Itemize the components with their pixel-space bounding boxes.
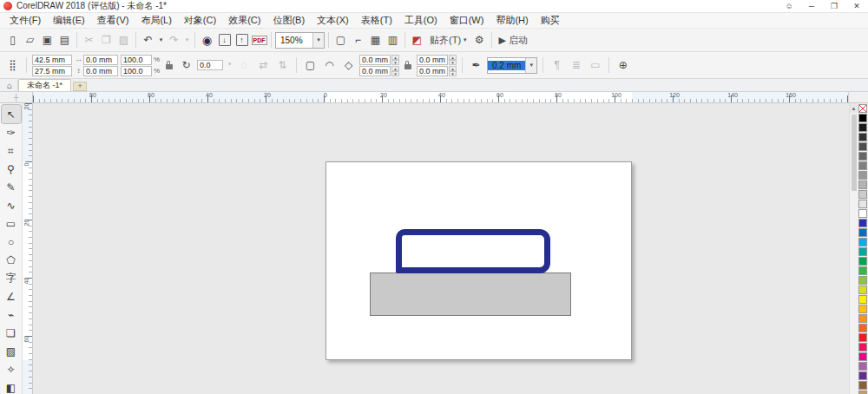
mirror-vertical-button[interactable]: ⇅ [274, 57, 291, 74]
edit-fill-button[interactable]: ▭ [587, 57, 603, 74]
stepper[interactable]: ▴▾ [391, 55, 399, 65]
horizontal-ruler[interactable]: 80604020020406080100120140160 [33, 92, 848, 102]
vertical-scrollbar[interactable]: ▲ [849, 103, 858, 394]
quick-customize-button[interactable]: ⊕ [615, 57, 631, 74]
step-down-icon[interactable]: ▾ [391, 60, 399, 65]
stepper[interactable]: ▴▾ [449, 66, 457, 76]
color-swatch[interactable] [858, 209, 867, 218]
color-swatch[interactable] [858, 190, 867, 199]
save-button[interactable]: ▣ [39, 32, 56, 49]
pick-tool[interactable]: ↖ [2, 105, 21, 123]
zoom-dropdown-icon[interactable]: ▾ [312, 33, 324, 48]
ellipse-tool[interactable]: ○ [2, 233, 21, 251]
rectangle-tool[interactable]: ▭ [2, 214, 21, 233]
menu-item[interactable]: 编辑(E) [47, 14, 91, 27]
publish-pdf-button[interactable]: PDF [251, 32, 267, 49]
color-swatch[interactable] [858, 171, 867, 180]
color-swatch[interactable] [858, 276, 867, 285]
menu-item[interactable]: 帮助(H) [490, 14, 534, 27]
interactive-fill-tool[interactable]: ◧ [2, 378, 21, 394]
color-swatch[interactable] [858, 371, 867, 380]
print-button[interactable]: ▤ [56, 32, 73, 49]
menu-item[interactable]: 表格(T) [355, 14, 398, 27]
lock-corners-button[interactable] [402, 56, 414, 74]
launch-button[interactable]: ▶ 启动 [496, 32, 531, 49]
stepper[interactable]: ▴▾ [449, 55, 457, 65]
color-swatch[interactable] [858, 152, 867, 161]
new-tab-button[interactable]: + [73, 82, 87, 91]
outline-pen-icon[interactable]: ✒ [468, 57, 484, 74]
object-width[interactable] [83, 55, 118, 65]
show-grid-button[interactable]: ▦ [367, 32, 384, 49]
no-color-swatch[interactable] [858, 104, 867, 113]
drawing-canvas[interactable] [33, 103, 849, 394]
color-swatch[interactable] [858, 181, 867, 189]
color-swatch[interactable] [858, 381, 867, 390]
scalloped-corner-button[interactable]: ◠ [321, 57, 338, 74]
base-rectangle[interactable] [370, 273, 571, 316]
document-tab[interactable]: 未命名 -1* [18, 79, 71, 91]
search-content-button[interactable]: ◉ [199, 32, 215, 49]
color-swatch[interactable] [858, 333, 867, 342]
scale-x[interactable] [121, 55, 152, 65]
scroll-up-button[interactable]: ▲ [850, 103, 858, 113]
close-button[interactable]: ✕ [845, 0, 868, 12]
copy-button[interactable]: ❐ [98, 32, 115, 49]
text-properties-button[interactable]: ≣ [568, 57, 584, 74]
color-swatch[interactable] [858, 200, 867, 208]
snap-options-icon[interactable]: ◩ [409, 32, 425, 49]
object-position-x[interactable] [32, 55, 72, 65]
mirror-horizontal-button[interactable]: ⇄ [255, 57, 272, 74]
menu-item[interactable]: 购买 [535, 14, 566, 27]
menu-item[interactable]: 工具(O) [398, 14, 444, 27]
text-tool[interactable]: 字 [2, 269, 21, 287]
skew-icon[interactable]: ◌ [236, 57, 253, 74]
outline-width-dropdown-icon[interactable]: ▾ [525, 58, 536, 73]
menu-item[interactable]: 布局(L) [135, 14, 177, 27]
open-button[interactable]: ▱ [22, 32, 38, 49]
ruler-origin[interactable]: ┼ [0, 92, 33, 102]
undo-button[interactable]: ↶ [140, 32, 156, 49]
corner-radius-bottom-right[interactable] [417, 66, 448, 76]
lock-ratio-button[interactable] [163, 56, 175, 74]
color-swatch[interactable] [858, 314, 867, 323]
chamfered-corner-button[interactable]: ◇ [340, 57, 357, 74]
polygon-tool[interactable]: ⬠ [2, 251, 21, 269]
crop-tool[interactable]: ⌗ [2, 141, 21, 160]
corner-radius-bottom-left[interactable] [359, 66, 391, 76]
eyedropper-tool[interactable]: ✧ [2, 360, 21, 378]
color-swatch[interactable] [858, 295, 867, 304]
undo-dropdown-icon[interactable]: ▾ [157, 32, 165, 49]
show-guidelines-button[interactable]: ▥ [385, 32, 401, 49]
export-button[interactable]: ↑ [233, 32, 250, 49]
color-swatch[interactable] [858, 114, 867, 122]
scrollbar-thumb[interactable] [852, 115, 857, 191]
color-swatch[interactable] [858, 133, 867, 141]
wrap-paragraph-text-button[interactable]: ¶ [549, 57, 565, 74]
zoom-level-combo[interactable]: 150% ▾ [275, 32, 325, 49]
artistic-media-tool[interactable]: ∿ [2, 196, 21, 214]
round-corner-button[interactable]: ▢ [302, 57, 319, 74]
zoom-tool[interactable]: ⚲ [2, 160, 21, 178]
account-icon[interactable]: ☺ [778, 0, 800, 12]
color-swatch[interactable] [858, 324, 867, 332]
corner-radius-top-left[interactable] [359, 55, 391, 65]
color-swatch[interactable] [858, 228, 867, 237]
color-swatch[interactable] [858, 142, 867, 151]
color-swatch[interactable] [858, 352, 867, 361]
snap-to-button[interactable]: 贴齐(T) ▾ [426, 32, 470, 49]
menu-item[interactable]: 效果(C) [222, 14, 266, 27]
color-swatch[interactable] [858, 286, 867, 294]
menu-item[interactable]: 文本(X) [311, 14, 355, 27]
new-document-button[interactable]: ▯ [4, 32, 21, 49]
maximize-button[interactable]: ❐ [823, 0, 845, 12]
step-down-icon[interactable]: ▾ [449, 60, 457, 65]
shape-tool[interactable]: ✑ [2, 123, 21, 141]
redo-button[interactable]: ↷ [166, 32, 182, 49]
grid-options-icon[interactable]: ⣿ [4, 57, 21, 74]
step-down-icon[interactable]: ▾ [391, 71, 399, 76]
stepper[interactable]: ▴▾ [391, 66, 399, 76]
minimize-button[interactable]: ─ [800, 0, 823, 12]
object-height[interactable] [83, 66, 118, 76]
object-position-y[interactable] [32, 66, 72, 76]
